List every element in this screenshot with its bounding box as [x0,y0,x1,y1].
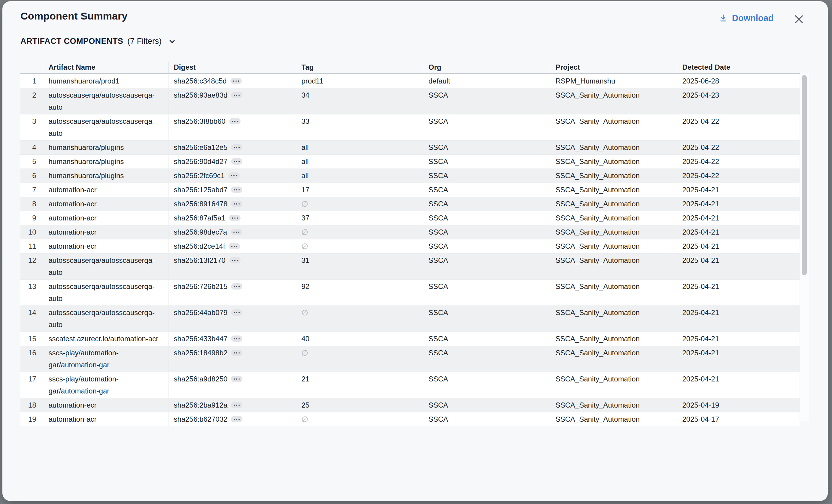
cell-org: SSCA [423,114,550,140]
table-header: Artifact Name Digest Tag Org Project Det… [20,61,800,74]
cell-project: SSCA_Sanity_Automation [550,168,677,183]
column-header-project: Project [550,61,677,74]
cell-org: SSCA [423,306,550,331]
table-row: 5 humanshuarora/plugins sha256:90d4d27 a… [20,154,800,168]
cell-digest: sha256:87af5a1 [168,211,296,225]
cell-tag: ∅ [296,239,423,253]
cell-artifact-name: autosscauserqa/autosscauserqa-auto [43,88,168,114]
cell-tag: ∅ [296,306,423,331]
cell-detected-date: 2025-04-22 [677,154,800,168]
cell-project: SSCA_Sanity_Automation [550,239,677,253]
cell-digest: sha256:2fc69c1 [168,168,296,183]
digest-value: sha256:44ab079 [174,307,228,319]
row-index: 14 [20,306,43,331]
cell-project: SSCA_Sanity_Automation [550,114,677,140]
close-icon [793,14,805,25]
digest-overflow-pill[interactable] [231,92,242,98]
digest-overflow-pill[interactable] [231,336,242,342]
cell-tag: 31 [296,253,423,279]
digest-overflow-pill[interactable] [229,118,241,124]
digest-overflow-pill[interactable] [231,402,242,408]
artifact-components-table: Artifact Name Digest Tag Org Project Det… [20,61,800,426]
column-header-artifact-name: Artifact Name [43,61,168,74]
digest-overflow-pill[interactable] [231,201,242,207]
row-index: 4 [20,140,43,154]
cell-project: SSCA_Sanity_Automation [550,154,677,168]
cell-artifact-name: humanshuarora/plugins [43,154,168,168]
cell-org: SSCA [423,140,550,154]
cell-project: SSCA_Sanity_Automation [550,372,677,398]
digest-overflow-pill[interactable] [231,229,242,235]
row-index: 8 [20,197,43,211]
digest-value: sha256:98dec7a [174,226,227,238]
cell-tag: ∅ [296,225,423,239]
digest-overflow-pill[interactable] [228,173,240,179]
row-index: 12 [20,253,43,279]
scrollbar-thumb[interactable] [802,75,807,275]
table-row: 13 autosscauserqa/autosscauserqa-auto sh… [20,279,800,306]
table-vertical-scrollbar[interactable] [800,74,809,421]
cell-detected-date: 2025-04-22 [677,140,800,154]
digest-overflow-pill[interactable] [229,243,240,249]
collapse-section-button[interactable] [167,37,177,46]
cell-detected-date: 2025-04-21 [677,225,800,239]
table-row: 11 automation-ecr sha256:d2ce14f ∅ SSCA … [20,239,800,253]
digest-overflow-pill[interactable] [231,187,242,193]
close-button[interactable] [792,12,806,26]
cell-project: SSCA_Sanity_Automation [550,412,677,426]
table-row: 10 automation-acr sha256:98dec7a ∅ SSCA … [20,225,800,239]
cell-detected-date: 2025-04-22 [677,114,800,140]
digest-overflow-pill[interactable] [231,416,242,422]
digest-overflow-pill[interactable] [229,215,241,221]
cell-digest: sha256:98dec7a [168,225,296,239]
digest-overflow-pill[interactable] [231,144,242,151]
cell-org: SSCA [423,398,550,412]
cell-artifact-name: automation-acr [43,412,168,426]
cell-detected-date: 2025-04-21 [677,372,800,398]
digest-value: sha256:e6a12e5 [174,141,228,154]
cell-artifact-name: automation-ecr [43,398,168,412]
cell-digest: sha256:a9d8250 [168,372,296,398]
cell-artifact-name: autosscauserqa/autosscauserqa-auto [43,279,168,306]
row-index: 1 [20,74,43,88]
cell-digest: sha256:8916478 [168,197,296,211]
cell-digest: sha256:44ab079 [168,306,296,331]
cell-project: SSCA_Sanity_Automation [550,306,677,331]
cell-org: SSCA [423,168,550,183]
download-icon [719,14,728,23]
component-summary-modal: Component Summary Download ARTIFACT COMP… [2,1,828,501]
cell-artifact-name: automation-acr [43,183,168,197]
digest-overflow-pill[interactable] [230,78,242,84]
cell-detected-date: 2025-06-28 [677,74,800,88]
cell-digest: sha256:c348c5d [168,74,296,88]
cell-tag: 40 [296,331,423,346]
column-header-tag: Tag [296,61,423,74]
download-label: Download [732,13,774,23]
cell-artifact-name: autosscauserqa/autosscauserqa-auto [43,253,168,279]
cell-project: SSCA_Sanity_Automation [550,225,677,239]
cell-org: SSCA [423,154,550,168]
digest-overflow-pill[interactable] [231,350,242,356]
cell-artifact-name: autosscauserqa/autosscauserqa-auto [43,306,168,331]
cell-org: SSCA [423,211,550,225]
filters-count: (7 Filters) [127,37,162,46]
row-index: 15 [20,331,43,346]
cell-artifact-name: automation-ecr [43,239,168,253]
digest-overflow-pill[interactable] [231,376,242,382]
digest-overflow-pill[interactable] [231,283,242,290]
digest-overflow-pill[interactable] [229,257,241,263]
digest-overflow-pill[interactable] [231,309,242,316]
digest-value: sha256:13f2170 [174,255,226,266]
digest-overflow-pill[interactable] [231,158,242,165]
row-index: 19 [20,412,43,426]
cell-digest: sha256:2ba912a [168,398,296,412]
section-title: ARTIFACT COMPONENTS [20,37,123,46]
digest-value: sha256:18498b2 [174,347,228,359]
cell-artifact-name: automation-acr [43,225,168,239]
row-index: 7 [20,183,43,197]
cell-artifact-name: humanshuarora/plugins [43,140,168,154]
table-body: 1 humanshuarora/prod1 sha256:c348c5d pro… [20,74,800,426]
cell-tag: all [296,168,423,183]
row-index: 6 [20,168,43,183]
download-button[interactable]: Download [719,13,774,23]
